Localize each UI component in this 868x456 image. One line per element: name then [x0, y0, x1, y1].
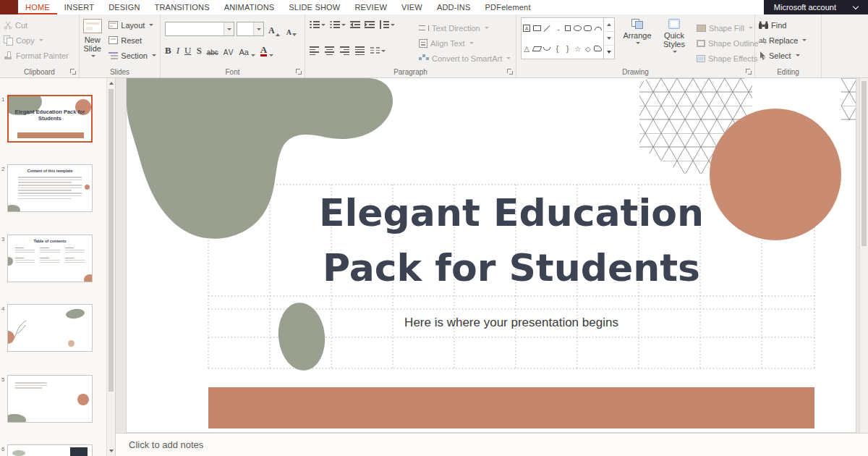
increase-indent-button[interactable]	[365, 20, 375, 29]
reset-button[interactable]: Reset	[105, 33, 160, 48]
numbering-caret	[341, 24, 346, 26]
font-color-button[interactable]: A	[260, 46, 273, 56]
notes-pane[interactable]: Click to add notes	[116, 433, 868, 456]
tab-design[interactable]: DESIGN	[101, 0, 147, 14]
shape-parallelogram[interactable]	[532, 46, 542, 51]
replace-icon: ab	[759, 37, 766, 44]
slide-thumbnail-6[interactable]	[7, 444, 93, 456]
shape-triangle[interactable]: △	[524, 45, 529, 53]
tab-view[interactable]: VIEW	[394, 0, 430, 14]
convert-to-smartart-button[interactable]: Convert to SmartArt	[415, 51, 514, 66]
find-button[interactable]: Find	[755, 17, 821, 33]
thumbnail-scroll-up-button[interactable]	[107, 78, 115, 88]
change-case-button[interactable]: Aa	[239, 48, 255, 56]
shape-effects-icon	[697, 55, 705, 62]
thumbnail-scrollbar[interactable]	[106, 78, 115, 456]
layout-button[interactable]: Layout	[105, 17, 160, 33]
shape-arc[interactable]	[595, 27, 602, 30]
font-name-combobox[interactable]	[165, 22, 234, 36]
shape-rounded-rectangle[interactable]	[584, 25, 592, 31]
columns-button[interactable]	[370, 46, 386, 55]
shape-arrow[interactable]: →	[553, 25, 561, 33]
new-slide-caret	[91, 55, 95, 57]
shape-text-box[interactable]: A	[523, 25, 530, 32]
arrange-button[interactable]: Arrange	[619, 14, 655, 67]
shape-left-brace[interactable]: {	[556, 45, 558, 53]
format-painter-button[interactable]: Format Painter	[0, 48, 79, 63]
copy-button[interactable]: Copy	[0, 33, 79, 48]
shape-diamond[interactable]: ◇	[585, 45, 591, 53]
decrease-indent-button[interactable]	[350, 20, 360, 29]
shape-oval[interactable]	[574, 25, 582, 31]
file-button[interactable]	[0, 0, 18, 14]
quick-styles-button[interactable]: Quick Styles	[657, 14, 692, 67]
slide-title[interactable]: Elegant Education Pack for Students	[188, 185, 835, 295]
tab-animations[interactable]: ANIMATIONS	[217, 0, 282, 14]
canvas-scrollbar-thumb[interactable]	[861, 81, 867, 246]
paragraph-dialog-launcher[interactable]	[506, 68, 514, 75]
text-shadow-button[interactable]: S	[196, 45, 201, 56]
italic-button[interactable]: I	[176, 45, 179, 56]
tab-home[interactable]: HOME	[18, 0, 57, 14]
terracotta-bottom-bar[interactable]	[208, 387, 814, 428]
align-right-button[interactable]	[340, 46, 349, 55]
shape-square[interactable]	[565, 25, 571, 31]
slide-editing-canvas[interactable]: Elegant Education Pack for Students Here…	[116, 78, 868, 433]
tab-insert[interactable]: INSERT	[57, 0, 101, 14]
slide-thumbnail-4[interactable]	[7, 304, 93, 352]
shape-callout[interactable]	[594, 46, 602, 51]
slide-thumbnail-2[interactable]: Content of this template	[7, 164, 93, 212]
slide-subtitle[interactable]: Here is where your presentation begins	[208, 316, 814, 330]
tab-add-ins[interactable]: ADD-INS	[430, 0, 478, 14]
bullets-caret	[321, 24, 326, 26]
drawing-dialog-launcher[interactable]	[745, 68, 752, 75]
bullets-button[interactable]	[310, 20, 326, 29]
shape-curve[interactable]	[543, 47, 550, 51]
quick-styles-icon	[668, 19, 680, 29]
columns-icon	[370, 46, 380, 55]
tab-transitions[interactable]: TRANSITIONS	[148, 0, 217, 14]
font-dialog-launcher[interactable]	[295, 68, 302, 75]
justify-button[interactable]	[355, 46, 365, 55]
shape-gallery-scroll-up[interactable]	[604, 18, 614, 32]
clipboard-dialog-launcher[interactable]	[69, 68, 77, 75]
text-direction-button[interactable]: Text Direction	[415, 20, 514, 35]
slide-thumbnail-1[interactable]: Elegant Education Pack for Students	[7, 95, 93, 143]
character-spacing-button[interactable]: AV	[224, 48, 234, 56]
thumb-number-3: 3	[1, 236, 4, 242]
line-spacing-button[interactable]	[379, 20, 395, 29]
cut-button[interactable]: Cut	[0, 17, 79, 33]
grow-font-button[interactable]: A	[266, 22, 282, 36]
tab-pdfelement[interactable]: PDFelement	[478, 0, 538, 14]
bold-button[interactable]: B	[165, 45, 171, 56]
align-text-button[interactable]: Align Text	[415, 35, 514, 51]
shape-fill-caret	[749, 27, 753, 29]
replace-button[interactable]: ab Replace	[755, 33, 821, 48]
align-center-button[interactable]	[325, 46, 334, 55]
underline-button[interactable]: U	[184, 45, 191, 56]
current-slide[interactable]: Elegant Education Pack for Students Here…	[127, 78, 856, 432]
shrink-font-button[interactable]: A	[284, 22, 299, 36]
select-button[interactable]: Select	[755, 48, 821, 63]
tab-slide-show[interactable]: SLIDE SHOW	[281, 0, 347, 14]
shape-gallery-more-button[interactable]	[604, 46, 614, 59]
shape-rectangle[interactable]	[533, 25, 541, 31]
align-left-button[interactable]	[310, 46, 319, 55]
slide-thumbnail-3[interactable]: Table of contents	[7, 235, 93, 282]
new-slide-button[interactable]: New Slide	[80, 14, 105, 67]
microsoft-account-button[interactable]: Microsoft account	[764, 0, 868, 14]
thumbnail-scrollbar-thumb[interactable]	[109, 89, 114, 392]
shape-right-brace[interactable]: }	[566, 45, 569, 53]
shape-star[interactable]: ☆	[574, 45, 581, 53]
thumb5-sage-blob	[7, 414, 26, 423]
shape-line[interactable]	[544, 25, 550, 31]
section-button[interactable]: Section	[105, 48, 160, 63]
tab-review[interactable]: REVIEW	[347, 0, 394, 14]
numbering-button[interactable]	[330, 20, 346, 29]
strikethrough-button[interactable]: abc	[207, 48, 218, 56]
shape-gallery-scroll-down[interactable]	[604, 32, 614, 46]
canvas-vertical-scrollbar[interactable]	[859, 78, 868, 433]
font-size-combobox[interactable]	[237, 22, 264, 36]
thumbnail-scroll-down-button[interactable]	[107, 446, 115, 456]
slide-thumbnail-5[interactable]	[7, 375, 93, 423]
